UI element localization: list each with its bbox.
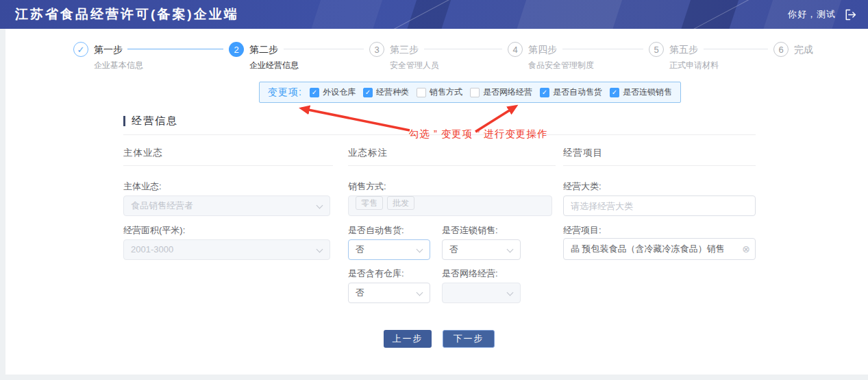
step-title: 完成 [794, 42, 813, 57]
step-item-4[interactable]: 4 第四步 食品安全管理制度 [508, 42, 594, 71]
step-connector [284, 49, 364, 49]
step-number-badge: 5 [649, 42, 664, 57]
group-title-business-items: 经营项目 [563, 147, 603, 159]
business-category-input[interactable] [563, 195, 756, 216]
logout-icon[interactable] [843, 8, 857, 22]
step-number-badge: 6 [773, 42, 789, 57]
step-title: 第三步 [390, 42, 439, 57]
step-item-2[interactable]: 2 第二步 企业经营信息 [229, 42, 299, 71]
business-category-label: 经营大类: [563, 180, 602, 193]
step-connector [424, 49, 502, 49]
online-business-select [442, 283, 521, 303]
group-title-main-business: 主体业态 [123, 147, 163, 159]
step-title: 第四步 [528, 42, 594, 57]
step-subtitle: 企业基本信息 [94, 60, 143, 71]
sales-tag-wholesale: 批发 [387, 196, 414, 210]
app-title: 江苏省食品经营许可(备案)企业端 [15, 0, 239, 29]
change-items-bar: 变更项: ✓ 外设仓库 ✓ 经营种类 ✓ 销售方式 ✓ 是否网络经营 ✓ 是否自… [259, 82, 681, 103]
sales-method-box: 零售 批发 [348, 195, 552, 216]
chevron-down-icon [507, 289, 514, 296]
main-business-label: 主体业态: [123, 180, 162, 193]
step-done-check-icon: ✓ [73, 42, 88, 57]
group-divider [563, 165, 756, 166]
checkbox-icon: ✓ [470, 88, 480, 97]
header-art-shape [513, 0, 625, 29]
step-subtitle: 正式申请材料 [669, 60, 719, 71]
step-connector [704, 49, 768, 49]
section-title-bar [123, 116, 125, 126]
previous-step-button[interactable]: 上一步 [384, 330, 432, 348]
main-business-select: 食品销售经营者 [123, 195, 330, 216]
step-number-badge: 4 [508, 42, 523, 57]
step-number-badge: 2 [229, 42, 244, 57]
header-art-shape [404, 0, 454, 29]
app-header: 江苏省食品经营许可(备案)企业端 你好，测试 [0, 0, 868, 29]
check-icon: ✓ [612, 89, 617, 96]
step-item-3[interactable]: 3 第三步 安全管理人员 [369, 42, 439, 71]
vending-label: 是否自动售货: [348, 224, 404, 237]
checkbox-icon: ✓ [363, 88, 373, 97]
step-subtitle: 企业经营信息 [249, 60, 299, 71]
chevron-down-icon [417, 246, 423, 253]
group-divider [123, 165, 333, 166]
warehouse-label: 是否含有仓库: [348, 268, 404, 280]
annotation-text: 勾选 ” 变更项 ” 进行变更操作 [375, 128, 581, 141]
clear-icon[interactable]: ⊗ [742, 239, 750, 259]
group-title-business-annotation: 业态标注 [348, 147, 388, 159]
chevron-down-icon [417, 289, 423, 296]
step-connector [127, 49, 223, 49]
change-option-chain-sales[interactable]: ✓ 是否连锁销售 [610, 86, 672, 98]
business-item-label: 经营项目: [563, 224, 602, 237]
page: 江苏省食品经营许可(备案)企业端 你好，测试 ✓ 第一步 企业基本信息 2 第二… [0, 0, 868, 380]
step-title: 第二步 [249, 42, 299, 57]
group-divider [348, 165, 556, 166]
checkbox-icon: ✓ [417, 88, 426, 97]
check-icon: ✓ [312, 89, 317, 96]
chevron-down-icon [507, 246, 514, 253]
change-option-sales-method[interactable]: ✓ 销售方式 [417, 86, 462, 98]
vending-select[interactable]: 否 [348, 239, 430, 260]
step-item-6[interactable]: 6 完成 [773, 42, 813, 57]
chain-sales-select[interactable]: 否 [442, 239, 521, 260]
change-option-external-warehouse[interactable]: ✓ 外设仓库 [310, 86, 356, 98]
checkbox-icon: ✓ [610, 88, 619, 97]
step-title: 第一步 [94, 42, 143, 57]
change-option-business-type[interactable]: ✓ 经营种类 [363, 86, 409, 98]
step-number-badge: 3 [369, 42, 384, 57]
business-area-select: 2001-3000 [123, 239, 330, 260]
header-art-shape [678, 0, 741, 29]
business-area-label: 经营面积(平米): [123, 224, 185, 237]
step-subtitle: 食品安全管理制度 [528, 60, 594, 71]
step-item-1[interactable]: ✓ 第一步 企业基本信息 [73, 42, 143, 71]
change-option-vending[interactable]: ✓ 是否自动售货 [540, 86, 602, 98]
user-greeting: 你好，测试 [788, 8, 836, 21]
check-icon: ✓ [542, 89, 547, 96]
step-subtitle: 安全管理人员 [390, 60, 439, 71]
step-title: 第五步 [669, 42, 719, 57]
checkbox-icon: ✓ [310, 88, 319, 97]
step-connector [562, 49, 643, 49]
header-art-shape [308, 0, 385, 29]
change-items-label: 变更项: [268, 86, 302, 99]
sales-method-label: 销售方式: [348, 180, 386, 193]
chevron-down-icon [317, 202, 323, 209]
online-business-label: 是否网络经营: [442, 268, 498, 280]
chevron-down-icon [317, 246, 323, 253]
chain-sales-label: 是否连锁销售: [442, 224, 498, 237]
next-step-button[interactable]: 下一步 [443, 330, 495, 348]
change-option-online-business[interactable]: ✓ 是否网络经营 [470, 86, 532, 98]
step-item-5[interactable]: 5 第五步 正式申请材料 [649, 42, 719, 71]
business-item-input[interactable]: 晶 预包装食品（含冷藏冷冻食品）销售 ⊗ [563, 238, 756, 260]
section-title: 经营信息 [132, 115, 178, 128]
checkbox-icon: ✓ [540, 88, 549, 97]
sales-tag-retail: 零售 [356, 196, 383, 210]
warehouse-select[interactable]: 否 [348, 283, 430, 303]
check-icon: ✓ [365, 89, 371, 96]
